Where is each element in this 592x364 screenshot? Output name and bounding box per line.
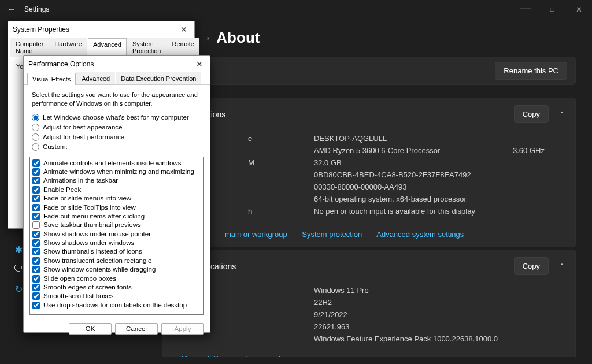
- perf-radio-group: Let Windows choose what's best for my co…: [24, 112, 210, 155]
- perf-check-label-15: Smooth-scroll list boxes: [43, 292, 113, 300]
- perf-check-label-10: Show thumbnails instead of icons: [43, 247, 142, 255]
- perf-check-10[interactable]: Show thumbnails instead of icons: [32, 247, 201, 256]
- perf-check-input-4[interactable]: [32, 195, 40, 202]
- perf-check-input-13[interactable]: [32, 275, 40, 283]
- rename-pc-button[interactable]: Rename this PC: [495, 62, 567, 80]
- maximize-button[interactable]: □: [539, 0, 565, 18]
- perf-check-6[interactable]: Fade out menu items after clicking: [32, 212, 201, 221]
- perf-check-12[interactable]: Show window contents while dragging: [32, 265, 201, 274]
- ok-button[interactable]: OK: [69, 323, 112, 335]
- device-spec-header[interactable]: fications Copy ⌃: [162, 98, 575, 130]
- perf-check-input-8[interactable]: [32, 231, 40, 238]
- perf-radio-1[interactable]: Adjust for best appearance: [32, 122, 202, 132]
- perf-radio-0[interactable]: Let Windows choose what's best for my co…: [32, 113, 202, 122]
- tab-visual-effects[interactable]: Visual Effects: [27, 73, 76, 85]
- perf-check-input-1[interactable]: [32, 168, 40, 176]
- sysprop-close-icon[interactable]: ✕: [178, 25, 190, 34]
- perf-check-label-2: Animations in the taskbar: [43, 176, 118, 184]
- sysprop-tabs: Computer Name Hardware Advanced System P…: [8, 38, 194, 57]
- sysprop-title: System Properties: [13, 25, 69, 34]
- perf-radio-label-0: Let Windows choose what's best for my co…: [43, 114, 189, 121]
- perf-check-13[interactable]: Slide open combo boxes: [32, 274, 201, 283]
- perf-check-input-6[interactable]: [32, 213, 40, 220]
- edition-value: Windows 11 Pro: [248, 286, 565, 295]
- domain-link[interactable]: main or workgroup: [225, 230, 287, 239]
- device-links: main or workgroup System protection Adva…: [162, 225, 575, 247]
- perf-check-3[interactable]: Enable Peek: [32, 185, 201, 194]
- tab-remote[interactable]: Remote: [166, 38, 199, 57]
- perf-check-0[interactable]: Animate controls and elements inside win…: [32, 159, 201, 168]
- perf-check-8[interactable]: Show shadows under mouse pointer: [32, 230, 201, 239]
- perf-check-label-3: Enable Peek: [43, 185, 81, 194]
- tab-dep[interactable]: Data Execution Prevention: [116, 72, 201, 84]
- perf-check-1[interactable]: Animate windows when minimizing and maxi…: [32, 168, 201, 176]
- pen-touch-value: No pen or touch input is available for t…: [256, 207, 565, 216]
- perf-check-4[interactable]: Fade or slide menus into view: [32, 194, 201, 203]
- perf-radio-input-0[interactable]: [32, 114, 39, 121]
- perf-radio-label-3: Custom:: [43, 143, 68, 150]
- tab-computer-name[interactable]: Computer Name: [10, 38, 49, 57]
- system-protection-link[interactable]: System protection: [302, 230, 362, 239]
- perf-description: Select the settings you want to use for …: [24, 85, 210, 112]
- perf-check-15[interactable]: Smooth-scroll list boxes: [32, 292, 201, 300]
- windows-spec-card: ecifications Copy ⌃ Windows 11 Pro 22H2 …: [162, 250, 576, 357]
- content-area: Rename this PC fications Copy ⌃ eDESKTOP…: [162, 57, 576, 357]
- windows-spec-header[interactable]: ecifications Copy ⌃: [162, 250, 575, 282]
- chevron-up-icon: ⌃: [559, 110, 565, 118]
- windows-spec-body: Windows 11 Pro 22H2 9/21/2022 22621.963 …: [162, 282, 575, 353]
- perf-check-input-10[interactable]: [32, 248, 40, 255]
- perf-check-input-9[interactable]: [32, 239, 40, 247]
- tab-perf-advanced[interactable]: Advanced: [76, 72, 115, 84]
- tab-hardware[interactable]: Hardware: [49, 38, 87, 57]
- chevron-up-icon: ⌃: [559, 262, 565, 270]
- perf-check-input-7[interactable]: [32, 221, 40, 229]
- perf-check-input-2[interactable]: [32, 177, 40, 184]
- experience-value: Windows Feature Experience Pack 1000.226…: [248, 335, 565, 343]
- perf-check-11[interactable]: Show translucent selection rectangle: [32, 257, 201, 265]
- perf-check-input-12[interactable]: [32, 266, 40, 273]
- perf-close-icon[interactable]: ✕: [194, 60, 205, 69]
- version-value: 22H2: [248, 298, 565, 307]
- apply-button[interactable]: Apply: [161, 323, 204, 335]
- perf-check-label-5: Fade or slide ToolTips into view: [43, 203, 136, 211]
- perf-check-input-3[interactable]: [32, 186, 40, 194]
- perf-radio-label-1: Adjust for best appearance: [43, 124, 122, 131]
- windows-spec-heading: ecifications: [196, 262, 514, 271]
- breadcrumb-chevron-icon: ›: [207, 34, 209, 42]
- perf-radio-input-2[interactable]: [32, 133, 39, 141]
- perf-radio-3[interactable]: Custom:: [32, 142, 202, 152]
- device-copy-button[interactable]: Copy: [514, 105, 549, 123]
- perf-check-input-15[interactable]: [32, 292, 40, 300]
- perf-check-input-5[interactable]: [32, 204, 40, 211]
- perf-radio-2[interactable]: Adjust for best performance: [32, 132, 202, 142]
- perf-check-5[interactable]: Fade or slide ToolTips into view: [32, 203, 201, 212]
- perf-check-7[interactable]: Save taskbar thumbnail previews: [32, 221, 201, 229]
- perf-check-input-14[interactable]: [32, 284, 40, 291]
- close-button[interactable]: ✕: [565, 0, 592, 18]
- minimize-button[interactable]: —: [512, 0, 539, 16]
- cancel-button[interactable]: Cancel: [115, 323, 158, 335]
- performance-options-dialog: Performance Options ✕ Visual Effects Adv…: [23, 55, 210, 333]
- perf-checklist[interactable]: Animate controls and elements inside win…: [29, 157, 204, 315]
- perf-check-label-6: Fade out menu items after clicking: [43, 212, 145, 220]
- build-value: 22621.963: [248, 322, 565, 331]
- perf-radio-input-1[interactable]: [32, 124, 39, 131]
- perf-tabs: Visual Effects Advanced Data Execution P…: [24, 72, 210, 85]
- tab-advanced[interactable]: Advanced: [88, 38, 127, 57]
- window-controls: — □ ✕: [512, 0, 592, 18]
- perf-check-16[interactable]: Use drop shadows for icon labels on the …: [32, 301, 201, 310]
- services-agreement-link[interactable]: Microsoft Services Agreement: [181, 354, 552, 357]
- tab-system-protection[interactable]: System Protection: [127, 38, 166, 57]
- perf-check-9[interactable]: Show shadows under windows: [32, 239, 201, 247]
- perf-check-input-0[interactable]: [32, 159, 40, 167]
- titlebar: ← Settings — □ ✕: [0, 0, 592, 18]
- perf-check-input-11[interactable]: [32, 257, 40, 265]
- windows-copy-button[interactable]: Copy: [514, 257, 549, 275]
- perf-check-14[interactable]: Smooth edges of screen fonts: [32, 283, 201, 292]
- perf-radio-input-3[interactable]: [32, 143, 39, 151]
- advanced-system-link[interactable]: Advanced system settings: [376, 230, 464, 239]
- back-button[interactable]: ←: [3, 5, 20, 14]
- perf-check-input-16[interactable]: [32, 302, 40, 309]
- system-type-value: 64-bit operating system, x64-based proce…: [256, 195, 565, 203]
- perf-check-2[interactable]: Animations in the taskbar: [32, 176, 201, 185]
